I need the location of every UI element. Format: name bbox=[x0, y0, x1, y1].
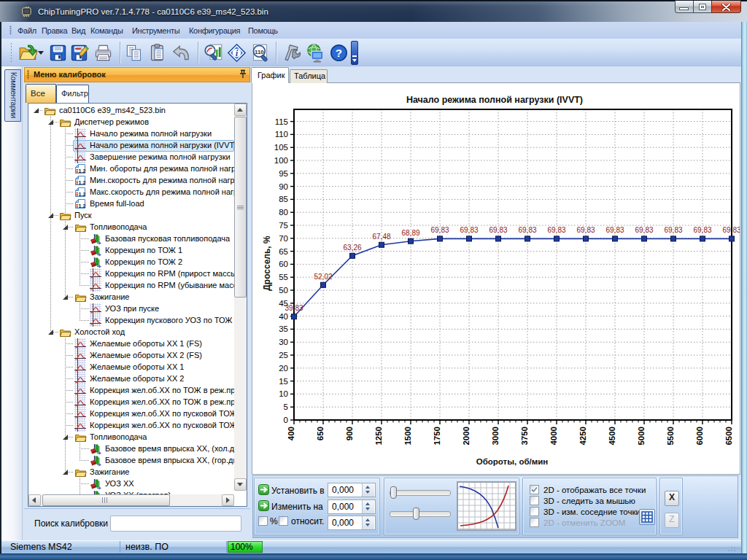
svg-text:65: 65 bbox=[279, 247, 288, 256]
svg-text:60: 60 bbox=[279, 260, 288, 268]
svg-text:5500: 5500 bbox=[666, 427, 675, 446]
svg-text:69,83: 69,83 bbox=[489, 226, 507, 234]
svg-text:110: 110 bbox=[275, 130, 288, 139]
svg-text:105: 105 bbox=[274, 143, 288, 152]
svg-text:1.2: 1.2 bbox=[79, 190, 86, 197]
svg-text:52,02: 52,02 bbox=[314, 273, 332, 281]
svg-text:70: 70 bbox=[279, 234, 288, 243]
svg-text:30: 30 bbox=[279, 338, 288, 346]
svg-text:69,83: 69,83 bbox=[605, 226, 624, 234]
svg-text:6000: 6000 bbox=[695, 427, 704, 446]
svg-text:20: 20 bbox=[279, 364, 288, 373]
svg-text:68,89: 68,89 bbox=[401, 229, 419, 237]
svg-text:69,83: 69,83 bbox=[547, 226, 565, 234]
svg-text:Дроссель, %: Дроссель, % bbox=[262, 236, 272, 291]
svg-text:6500: 6500 bbox=[724, 427, 733, 446]
svg-text:2000: 2000 bbox=[462, 427, 471, 446]
svg-text:95: 95 bbox=[279, 169, 288, 178]
svg-text:3750: 3750 bbox=[520, 427, 529, 446]
svg-text:69,83: 69,83 bbox=[460, 226, 478, 234]
svg-text:650: 650 bbox=[316, 427, 325, 440]
svg-text:100: 100 bbox=[274, 156, 288, 165]
svg-text:4500: 4500 bbox=[608, 427, 616, 446]
svg-text:900: 900 bbox=[345, 427, 354, 440]
svg-text:1.2: 1.2 bbox=[79, 202, 86, 209]
svg-text:40: 40 bbox=[279, 312, 288, 321]
svg-text:3000: 3000 bbox=[491, 427, 500, 446]
svg-text:10: 10 bbox=[279, 389, 288, 398]
svg-text:63,26: 63,26 bbox=[343, 244, 361, 252]
svg-text:25: 25 bbox=[279, 351, 288, 359]
svg-text:Начало режима полной нагрузки: Начало режима полной нагрузки (IVVT) bbox=[406, 95, 583, 105]
svg-text:50: 50 bbox=[279, 286, 288, 295]
svg-text:1.2: 1.2 bbox=[79, 179, 86, 185]
svg-text:4250: 4250 bbox=[578, 427, 587, 446]
svg-text:80: 80 bbox=[279, 208, 288, 217]
svg-text:5: 5 bbox=[284, 402, 288, 411]
svg-text:1750: 1750 bbox=[433, 427, 441, 446]
svg-text:i: i bbox=[236, 47, 239, 58]
svg-text:69,83: 69,83 bbox=[635, 226, 653, 234]
svg-text:55: 55 bbox=[279, 273, 288, 281]
svg-text:67,48: 67,48 bbox=[372, 233, 390, 241]
svg-text:69,83: 69,83 bbox=[664, 226, 682, 234]
svg-text:15: 15 bbox=[279, 377, 288, 386]
svg-text:?: ? bbox=[336, 47, 342, 59]
svg-text:5000: 5000 bbox=[637, 427, 646, 446]
svg-text:1500: 1500 bbox=[403, 427, 412, 446]
svg-text:4000: 4000 bbox=[549, 427, 558, 446]
svg-text:75: 75 bbox=[279, 221, 288, 230]
svg-text:0: 0 bbox=[284, 416, 288, 424]
svg-text:39,83: 39,83 bbox=[285, 304, 303, 312]
svg-text:69,83: 69,83 bbox=[430, 226, 449, 234]
svg-text:69,83: 69,83 bbox=[693, 226, 711, 234]
svg-text:69,83: 69,83 bbox=[722, 226, 740, 234]
svg-text:400: 400 bbox=[287, 427, 295, 440]
svg-text:1250: 1250 bbox=[374, 427, 383, 446]
svg-text:69,83: 69,83 bbox=[576, 226, 595, 234]
svg-text:85: 85 bbox=[279, 195, 288, 203]
svg-text:110: 110 bbox=[255, 49, 264, 55]
svg-text:35: 35 bbox=[279, 324, 288, 333]
svg-text:90: 90 bbox=[279, 182, 288, 191]
svg-text:Обороты, об/мин: Обороты, об/мин bbox=[476, 457, 549, 466]
svg-text:115: 115 bbox=[275, 117, 288, 126]
svg-text:69,83: 69,83 bbox=[518, 226, 536, 234]
svg-text:1.2: 1.2 bbox=[79, 167, 86, 174]
